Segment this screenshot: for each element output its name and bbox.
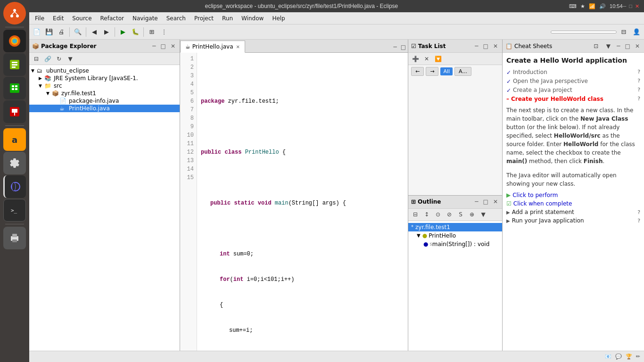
taskbar-eclipse-icon[interactable] bbox=[3, 175, 26, 198]
toolbar-prev-btn[interactable]: ◀ bbox=[89, 26, 100, 38]
tree-item-package-info[interactable]: ▶ 📄 package-info.java bbox=[29, 97, 180, 105]
outline-menu-btn[interactable]: ▼ bbox=[478, 209, 488, 220]
task-list-minimize-btn[interactable]: ─ bbox=[473, 42, 479, 50]
pe-menu-btn[interactable]: ▼ bbox=[65, 54, 75, 64]
outline-collapse-btn[interactable]: ⊟ bbox=[410, 209, 421, 220]
cheat-step-java-project[interactable]: ✓ Create a Java project ? bbox=[506, 86, 640, 95]
taskbar-terminal-icon[interactable]: >_ bbox=[3, 199, 26, 222]
menu-window[interactable]: Window bbox=[238, 14, 267, 23]
outline-hide-fields-btn[interactable]: ⊘ bbox=[444, 209, 454, 220]
cheat-complete-link[interactable]: Click when complete bbox=[513, 200, 572, 207]
menu-source[interactable]: Source bbox=[68, 14, 95, 23]
cheat-perform-link[interactable]: Click to perform bbox=[512, 192, 558, 198]
taskbar-settings-icon[interactable] bbox=[3, 152, 26, 174]
outline-sort-btn[interactable]: ↕ bbox=[421, 209, 432, 220]
taskbar-firefox-icon[interactable] bbox=[3, 30, 26, 52]
task-filter-dropdown-btn[interactable]: A... bbox=[454, 67, 471, 76]
pe-sync-btn[interactable]: ↻ bbox=[54, 54, 64, 64]
menu-search[interactable]: Search bbox=[163, 14, 190, 23]
task-list-maximize-btn[interactable]: □ bbox=[482, 42, 490, 50]
menu-help[interactable]: Help bbox=[268, 14, 289, 23]
tree-arrow-jre[interactable]: ▶ bbox=[39, 76, 44, 81]
cheat-close-btn[interactable]: ✕ bbox=[634, 42, 641, 50]
task-remove-btn[interactable]: ✕ bbox=[421, 54, 432, 64]
toolbar-perspective-switcher[interactable]: ⊟ bbox=[618, 26, 630, 38]
task-filter-btn[interactable]: 🔽 bbox=[433, 54, 443, 64]
outline-content[interactable]: * zyr.file.test1 ▼ ● PrintHello ● s main… bbox=[408, 221, 502, 351]
package-explorer-maximize-btn[interactable]: □ bbox=[159, 42, 167, 50]
tree-item-package[interactable]: ▼ 📦 zyr.file.test1 bbox=[29, 90, 180, 97]
win-maximize-btn[interactable]: □ bbox=[629, 3, 632, 9]
toolbar-next-btn[interactable]: ▶ bbox=[101, 26, 112, 38]
taskbar-printer-icon[interactable] bbox=[3, 227, 26, 249]
tree-arrow-src[interactable]: ▼ bbox=[39, 83, 44, 88]
cheat-help-run-app[interactable]: ? bbox=[637, 218, 640, 224]
taskbar-spreadsheet-icon[interactable] bbox=[3, 77, 26, 99]
package-explorer-minimize-btn[interactable]: ─ bbox=[151, 42, 157, 50]
outline-hide-static-btn[interactable]: S bbox=[455, 209, 466, 220]
taskbar-amazon-icon[interactable]: a bbox=[3, 128, 26, 151]
cheat-help-print-stmt[interactable]: ? bbox=[637, 209, 640, 215]
taskbar-files-icon[interactable] bbox=[3, 53, 26, 76]
menu-file[interactable]: File bbox=[31, 14, 48, 23]
task-add-btn[interactable]: ➕ bbox=[410, 54, 421, 64]
task-nav-back-btn[interactable]: ← bbox=[411, 67, 424, 76]
package-explorer-tree[interactable]: ▼ 🗂 ubuntu_eclipse ▶ 📚 JRE System Librar… bbox=[29, 65, 180, 351]
menu-edit[interactable]: Edit bbox=[49, 14, 67, 23]
cheat-minimize-btn[interactable]: ─ bbox=[615, 42, 621, 50]
cheat-help-java-project[interactable]: ? bbox=[637, 87, 640, 93]
outline-hide-noPublic-btn[interactable]: ⊕ bbox=[467, 209, 477, 220]
tree-item-src[interactable]: ▼ 📁 src bbox=[29, 82, 180, 90]
outline-filter-btn[interactable]: ⊙ bbox=[433, 209, 443, 220]
menu-run[interactable]: Run bbox=[218, 14, 237, 23]
task-all-btn[interactable]: All bbox=[440, 67, 453, 75]
editor-maximize-btn[interactable]: □ bbox=[399, 42, 408, 52]
cheat-step-hello-class[interactable]: – Create your HelloWorld class ? bbox=[506, 95, 640, 103]
status-icon-1[interactable]: 📧 bbox=[605, 354, 611, 360]
cheat-maximize-btn[interactable]: □ bbox=[624, 42, 632, 50]
menu-refactor[interactable]: Refactor bbox=[97, 14, 128, 23]
outline-maximize-btn[interactable]: □ bbox=[482, 197, 490, 206]
toolbar-save-btn[interactable]: 💾 bbox=[43, 26, 55, 38]
toolbar-icon-btn[interactable]: 👤 bbox=[631, 26, 642, 38]
toolbar-debug-btn[interactable]: 🐛 bbox=[130, 26, 141, 38]
menu-project[interactable]: Project bbox=[190, 14, 217, 23]
toolbar-run-btn[interactable]: ▶ bbox=[117, 26, 129, 38]
cheat-step-run-app[interactable]: ▶ Run your Java application ? bbox=[506, 216, 640, 225]
cheat-step-java-perspective[interactable]: ✓ Open the Java perspective ? bbox=[506, 77, 640, 86]
toolbar-more-btn[interactable]: ⋮ bbox=[158, 26, 170, 38]
pe-link-btn[interactable]: 🔗 bbox=[42, 54, 53, 64]
code-content[interactable]: package zyr.file.test1; public class Pri… bbox=[197, 53, 408, 351]
task-list-close-btn[interactable]: ✕ bbox=[492, 42, 499, 50]
cheat-action-perform[interactable]: ▶ Click to perform bbox=[506, 191, 640, 199]
status-icon-2[interactable]: 💬 bbox=[615, 354, 622, 360]
pe-collapse-btn[interactable]: ⊟ bbox=[31, 54, 41, 64]
tree-arrow-root[interactable]: ▼ bbox=[31, 68, 37, 73]
package-explorer-close-btn[interactable]: ✕ bbox=[169, 42, 177, 50]
outline-minimize-btn[interactable]: ─ bbox=[473, 197, 479, 206]
win-close-btn[interactable]: ✕ bbox=[635, 3, 639, 9]
outline-expand-class[interactable]: ▼ bbox=[417, 233, 421, 238]
code-editor[interactable]: 12345 678910 1112131415 package zyr.file… bbox=[180, 53, 408, 351]
outline-item-main[interactable]: ● s main(String[]) : void bbox=[408, 240, 502, 248]
cheat-menu-btn[interactable]: ▼ bbox=[603, 41, 613, 51]
outline-item-package[interactable]: * zyr.file.test1 bbox=[408, 223, 502, 231]
tree-item-printhello[interactable]: ▶ ☕ PrintHello.java bbox=[29, 105, 180, 112]
quick-access-input[interactable] bbox=[551, 31, 617, 33]
toolbar-perspective-btn[interactable]: ⊞ bbox=[146, 26, 157, 38]
cheat-help-java-perspective[interactable]: ? bbox=[637, 78, 640, 84]
status-icon-4[interactable]: ✏ bbox=[636, 354, 640, 360]
tree-item-root[interactable]: ▼ 🗂 ubuntu_eclipse bbox=[29, 67, 180, 74]
editor-minimize-btn[interactable]: ─ bbox=[391, 42, 398, 52]
toolbar-search-btn[interactable]: 🔍 bbox=[72, 26, 83, 38]
status-icon-3[interactable]: 🏆 bbox=[626, 354, 632, 360]
tree-item-jre[interactable]: ▶ 📚 JRE System Library [JavaSE-1. bbox=[29, 74, 180, 82]
cheat-help-intro[interactable]: ? bbox=[637, 69, 640, 75]
cheat-action-complete[interactable]: ☑ Click when complete bbox=[506, 199, 640, 208]
cheat-step-print-stmt[interactable]: ▶ Add a print statement ? bbox=[506, 208, 640, 216]
cheat-step-intro[interactable]: ✓ Introduction ? bbox=[506, 68, 640, 77]
cheat-help-hello-class[interactable]: ? bbox=[637, 96, 640, 102]
outline-item-class[interactable]: ▼ ● PrintHello bbox=[408, 231, 502, 240]
cheat-expand-btn[interactable]: ⊡ bbox=[591, 41, 601, 51]
toolbar-new-btn[interactable]: 📄 bbox=[31, 26, 42, 38]
